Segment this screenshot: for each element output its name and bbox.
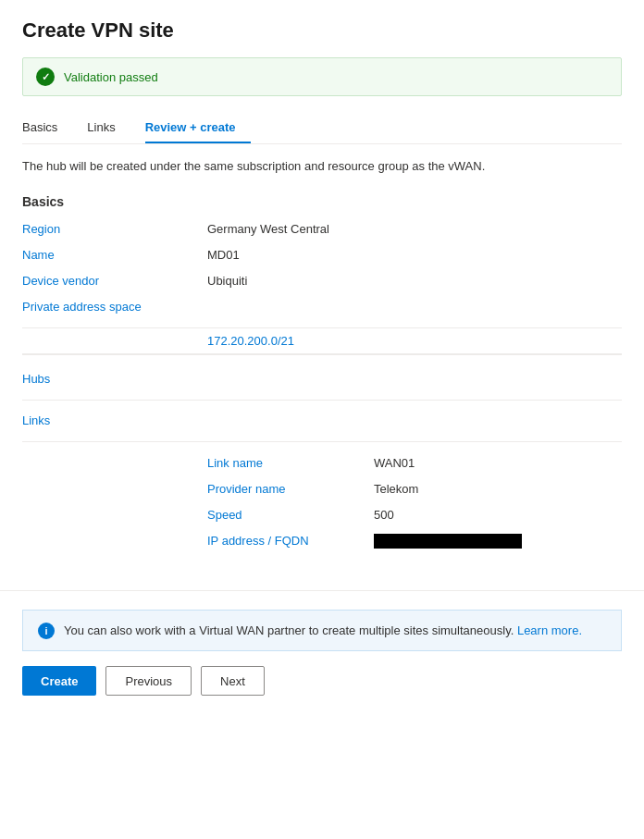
name-row: Name MD01 — [22, 246, 622, 272]
link-name-row: Link name WAN01 — [207, 451, 622, 475]
links-divider — [22, 441, 622, 442]
bottom-info-bar: i You can also work with a Virtual WAN p… — [22, 610, 622, 652]
info-icon: i — [38, 623, 55, 639]
device-vendor-value: Ubiquiti — [207, 274, 247, 288]
validation-banner: Validation passed — [22, 57, 622, 96]
address-space-container: 172.20.200.0/21 — [22, 327, 622, 355]
create-button[interactable]: Create — [22, 666, 96, 696]
page-container: Create VPN site Validation passed Basics… — [0, 0, 644, 553]
tabs-bar: Basics Links Review + create — [22, 113, 622, 144]
link-details: Link name WAN01 Provider name Telekom Sp… — [207, 451, 622, 553]
subscription-info-text: The hub will be created under the same s… — [22, 157, 622, 176]
link-name-label: Link name — [207, 456, 374, 470]
previous-button[interactable]: Previous — [105, 666, 192, 696]
links-row: Links — [22, 408, 622, 434]
private-address-label: Private address space — [22, 300, 207, 314]
validation-text: Validation passed — [64, 70, 158, 84]
ip-address-label: IP address / FQDN — [207, 534, 374, 548]
hubs-row: Hubs — [22, 366, 622, 392]
ip-address-row: IP address / FQDN — [207, 529, 622, 553]
name-value: MD01 — [207, 248, 240, 262]
ip-address-redacted — [374, 534, 522, 549]
basics-section-header: Basics — [22, 194, 622, 209]
bottom-info-text: You can also work with a Virtual WAN par… — [64, 622, 582, 640]
tab-links[interactable]: Links — [87, 113, 130, 143]
region-label: Region — [22, 222, 207, 236]
validation-passed-icon — [36, 68, 55, 86]
learn-more-link[interactable]: Learn more. — [517, 623, 582, 637]
provider-name-row: Provider name Telekom — [207, 477, 622, 501]
hubs-divider — [22, 400, 622, 401]
speed-row: Speed 500 — [207, 503, 622, 527]
provider-name-label: Provider name — [207, 482, 374, 496]
link-name-value: WAN01 — [374, 456, 415, 470]
speed-label: Speed — [207, 508, 374, 522]
region-value: Germany West Central — [207, 222, 329, 236]
page-title: Create VPN site — [22, 19, 622, 43]
footer-buttons: Create Previous Next — [22, 651, 622, 710]
links-label: Links — [22, 413, 207, 427]
private-address-row: Private address space — [22, 298, 622, 324]
tab-review-create[interactable]: Review + create — [145, 113, 251, 143]
name-label: Name — [22, 248, 207, 262]
hubs-label: Hubs — [22, 372, 207, 386]
speed-value: 500 — [374, 508, 394, 522]
address-space-value: 172.20.200.0/21 — [22, 328, 622, 354]
device-vendor-row: Device vendor Ubiquiti — [22, 272, 622, 298]
region-row: Region Germany West Central — [22, 220, 622, 246]
device-vendor-label: Device vendor — [22, 274, 207, 288]
next-button[interactable]: Next — [201, 666, 265, 696]
provider-name-value: Telekom — [374, 482, 418, 496]
tab-basics[interactable]: Basics — [22, 113, 72, 143]
